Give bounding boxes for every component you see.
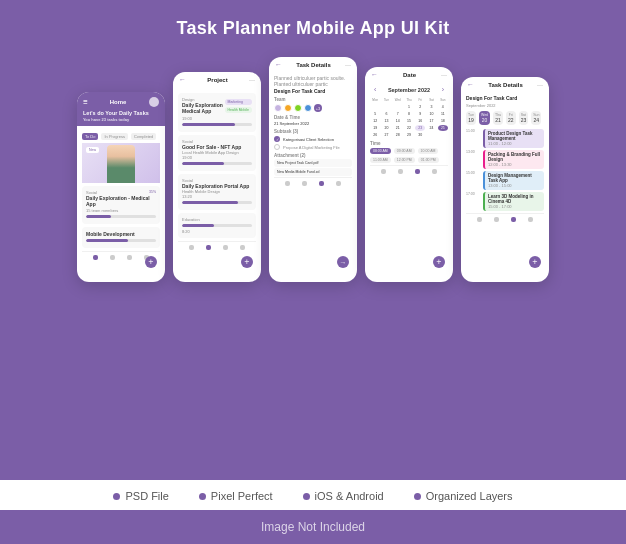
task-card-1: Social 35% Daily Exploration - Medical A… — [82, 186, 160, 224]
day-item[interactable]: Sat 23 — [519, 111, 529, 125]
calendar-grid: Mon Tue Wed Thu Fri Sat Sun 1 2 3 4 5 6 — [370, 97, 448, 138]
nav-cal-2[interactable] — [223, 245, 228, 250]
hero-figure — [107, 145, 135, 183]
feature-dot-4 — [414, 493, 421, 500]
feature-pixel: Pixel Perfect — [199, 490, 273, 502]
nav-home-2[interactable] — [189, 245, 194, 250]
bottom-nav-5 — [466, 213, 544, 225]
fab-project[interactable]: + — [241, 256, 253, 268]
day-item[interactable]: Thu 21 — [493, 111, 503, 125]
nav-project-2[interactable] — [206, 245, 211, 250]
phone-taskdetails2-content: Design For Task Card September 2022 Tue … — [461, 91, 549, 272]
features-section: PSD File Pixel Perfect iOS & Android Org… — [0, 480, 626, 510]
top-section: Task Planner Mobile App UI Kit ☰ Home Le… — [0, 0, 626, 480]
timeslot-2: 13:00 Packing & Branding Full Design 12:… — [466, 150, 544, 169]
task-card-2: Mobile Development — [82, 227, 160, 248]
tab-completed[interactable]: Completed — [131, 133, 156, 140]
check-1[interactable] — [274, 136, 280, 142]
day-item[interactable]: Fri 22 — [506, 111, 516, 125]
progress-bar-2 — [86, 239, 156, 242]
next-month[interactable]: › — [442, 86, 444, 93]
tab-todo[interactable]: To Do — [82, 133, 98, 140]
progress-bar-1 — [86, 215, 156, 218]
day-item-active[interactable]: Wed 20 — [479, 111, 490, 125]
hero-image: New — [82, 143, 160, 183]
prev-month[interactable]: ‹ — [374, 86, 376, 93]
main-title: Task Planner Mobile App UI Kit — [176, 18, 449, 39]
phone-taskdetails2: ← Task Details ⋯ Design For Task Card Se… — [461, 77, 549, 282]
task-card-pink: Packing & Branding Full Design 12:00 - 1… — [483, 150, 544, 169]
task-card-blue: Design Management Task App 13:00 - 15:00 — [483, 171, 544, 190]
day-item[interactable]: Sun 24 — [531, 111, 541, 125]
nav-profile-2[interactable] — [240, 245, 245, 250]
fab-taskdetails[interactable]: → — [337, 256, 349, 268]
feature-dot-2 — [199, 493, 206, 500]
nav-calendar[interactable] — [127, 255, 132, 260]
nav-home[interactable] — [93, 255, 98, 260]
tab-row: To Do In Progress Completed — [82, 133, 160, 140]
project-card-1: Design Daily ExplorationMedical App Mark… — [178, 93, 256, 132]
time-slots: 08:00 AM 09:00 AM 10:00 AM 11:00 AM 12:0… — [370, 148, 448, 163]
phone-calendar-content: ‹ September 2022 › Mon Tue Wed Thu Fri S… — [365, 81, 453, 272]
bottom-nav-4 — [370, 165, 448, 177]
subtask-1: Kategorisasi Client Selection — [274, 136, 352, 142]
subtask-2: Propose A Digital Marketing File — [274, 144, 352, 150]
nav-project[interactable] — [110, 255, 115, 260]
phone-taskdetails: ← Task Details ⋯ Planned ultriculuer par… — [269, 57, 357, 282]
task-card-green: Learn 3D Modeling in Cinema 4D 15:00 - 1… — [483, 192, 544, 211]
day-selector: Tue 19 Wed 20 Thu 21 Fri 22 — [466, 111, 544, 125]
feature-dot-1 — [113, 493, 120, 500]
phone-project-header: ← Project ⋯ — [173, 72, 261, 86]
phone-home-header: ☰ Home Let's do Your Daily Tasks You hav… — [77, 92, 165, 126]
bottom-nav-2 — [178, 241, 256, 253]
timeslot-1: 11:00 Product Design Task Management 11:… — [466, 129, 544, 148]
feature-layers: Organized Layers — [414, 490, 513, 502]
phone-calendar: ← Date ⋯ ‹ September 2022 › Mon Tue Wed … — [365, 67, 453, 282]
timeslot-4: 17:00 Learn 3D Modeling in Cinema 4D 15:… — [466, 192, 544, 211]
project-card-4: Education 8:20 — [178, 213, 256, 238]
phone-taskdetails2-header: ← Task Details ⋯ — [461, 77, 549, 91]
fab-home[interactable]: + — [145, 256, 157, 268]
check-2[interactable] — [274, 144, 280, 150]
project-card-3: Social Daily Exploration Portal App Heal… — [178, 174, 256, 210]
bottom-nav-3 — [274, 177, 352, 189]
footer-text: Image Not Included — [261, 520, 365, 534]
fab-taskdetails2[interactable]: + — [529, 256, 541, 268]
phone-taskdetails-header: ← Task Details ⋯ — [269, 57, 357, 71]
task-card-purple: Product Design Task Management 11:00 - 1… — [483, 129, 544, 148]
timeslot-3: 15:00 Design Management Task App 13:00 -… — [466, 171, 544, 190]
phone-home: ☰ Home Let's do Your Daily Tasks You hav… — [77, 92, 165, 282]
tab-inprogress[interactable]: In Progress — [101, 133, 127, 140]
phone-calendar-header: ← Date ⋯ — [365, 67, 453, 81]
footer-section: Image Not Included — [0, 510, 626, 544]
phone-project: ← Project ⋯ Design Daily ExplorationMedi… — [173, 72, 261, 282]
phone-taskdetails-content: Planned ultriculuer partic soulte. Plant… — [269, 71, 357, 272]
feature-ios: iOS & Android — [303, 490, 384, 502]
feature-dot-3 — [303, 493, 310, 500]
day-item[interactable]: Tue 19 — [466, 111, 476, 125]
project-card-2: Social Good For Sale - NFT App Local Hea… — [178, 135, 256, 171]
calendar-nav: ‹ September 2022 › — [370, 84, 448, 95]
team-avatars: +3 — [274, 104, 352, 112]
phone-project-content: Design Daily ExplorationMedical App Mark… — [173, 86, 261, 272]
fab-calendar[interactable]: + — [433, 256, 445, 268]
feature-psd: PSD File — [113, 490, 168, 502]
phones-row: ☰ Home Let's do Your Daily Tasks You hav… — [77, 57, 549, 282]
